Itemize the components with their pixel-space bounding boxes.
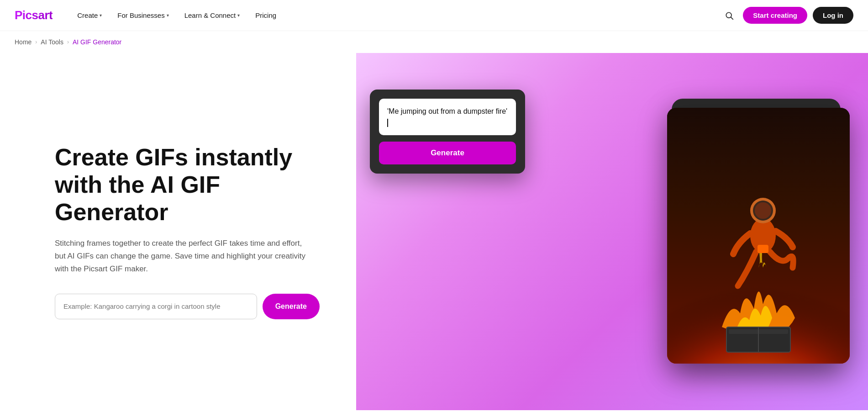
scene-illustration [667,108,850,364]
breadcrumb-current: AI GIF Generator [73,38,121,46]
nav-links: Create ▾ For Businesses ▾ Learn & Connec… [71,8,721,23]
nav-pricing[interactable]: Pricing [249,8,283,23]
main-content: Create GIFs instantly with the AI GIF Ge… [0,53,868,410]
text-cursor [387,119,388,127]
nav-for-businesses[interactable]: For Businesses ▾ [111,8,175,23]
chevron-down-icon: ▾ [167,13,169,18]
nav-actions: Start creating Log in [721,7,853,24]
breadcrumb-home[interactable]: Home [15,38,32,46]
search-icon [725,11,734,20]
svg-rect-11 [758,245,768,253]
right-section: 'Me jumping out from a dumpster fire' Ge… [356,53,868,410]
image-card-inner [667,108,850,364]
breadcrumb-separator: › [35,39,37,45]
breadcrumb: Home › AI Tools › AI GIF Generator [0,31,868,53]
main-image-card [667,108,850,364]
hero-description: Stitching frames together to create the … [55,237,310,275]
generate-button[interactable]: Generate [263,294,320,319]
prompt-card: 'Me jumping out from a dumpster fire' Ge… [370,90,525,174]
brand-name: Picsart [15,8,53,22]
left-section: Create GIFs instantly with the AI GIF Ge… [0,53,356,410]
login-button[interactable]: Log in [813,7,853,24]
navbar: Picsart Create ▾ For Businesses ▾ Learn … [0,0,868,31]
svg-point-10 [755,202,771,219]
prompt-text: 'Me jumping out from a dumpster fire' [387,107,507,115]
prompt-input-display: 'Me jumping out from a dumpster fire' [379,99,516,135]
hero-title: Create GIFs instantly with the AI GIF Ge… [55,144,320,226]
chevron-down-icon: ▾ [237,13,240,18]
breadcrumb-ai-tools[interactable]: AI Tools [41,38,63,46]
svg-line-1 [731,17,733,19]
prompt-generate-button[interactable]: Generate [379,142,516,164]
chevron-down-icon: ▾ [100,13,102,18]
prompt-input[interactable] [55,294,257,319]
nav-learn-connect[interactable]: Learn & Connect ▾ [178,8,247,23]
generate-form: Generate [55,294,320,319]
nav-create[interactable]: Create ▾ [71,8,108,23]
start-creating-button[interactable]: Start creating [743,7,807,24]
search-button[interactable] [721,7,737,24]
logo[interactable]: Picsart [15,8,53,22]
breadcrumb-separator: › [67,39,69,45]
